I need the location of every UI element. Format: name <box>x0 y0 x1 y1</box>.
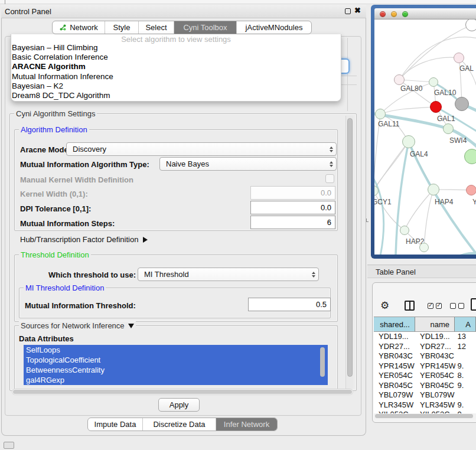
network-node[interactable] <box>443 123 454 134</box>
table-column-header[interactable]: A <box>455 317 476 331</box>
unchecked-box-icon[interactable] <box>458 303 464 309</box>
checked-box-icon[interactable] <box>436 303 442 309</box>
control-panel-tabs: Network Style Select Cyni Toolbox jActiv… <box>52 21 312 34</box>
table-row[interactable]: YBR043CYBR043C <box>374 351 476 361</box>
sources-title: Sources for Network Inference <box>21 321 125 330</box>
minimized-panel-chip[interactable] <box>4 442 14 449</box>
table-cell: YBR043C <box>374 351 415 361</box>
network-node[interactable] <box>429 77 438 87</box>
table-row[interactable]: YBL079WYBL079W <box>374 390 476 400</box>
network-window-titlebar <box>374 8 476 19</box>
network-node[interactable] <box>466 185 476 195</box>
gear-icon[interactable]: ⚙ <box>380 299 389 312</box>
algorithm-option[interactable]: ARACNE Algorithm <box>11 62 341 71</box>
tab-network[interactable]: Network <box>53 21 105 34</box>
algorithm-dropdown: Select algorithm to view settings Bayesi… <box>11 34 341 102</box>
network-node[interactable] <box>375 109 386 119</box>
table-cell: 9. <box>455 381 476 391</box>
network-node-label: HAP4 <box>435 198 453 206</box>
algorithm-option[interactable]: Bayesian – Hill Climbing <box>11 43 341 53</box>
tab-infer-network-label: Infer Network <box>224 420 269 429</box>
table-horizontal-scrollbar[interactable] <box>374 413 476 419</box>
table-row[interactable]: YER054CYER054C8. <box>374 371 476 381</box>
attributes-scrollbar[interactable] <box>319 346 325 383</box>
dpi-tolerance-field[interactable]: 0.0 <box>250 201 335 214</box>
network-node[interactable] <box>419 243 429 252</box>
tab-impute-data[interactable]: Impute Data <box>88 418 143 431</box>
network-node[interactable] <box>394 74 405 85</box>
network-node[interactable] <box>454 53 464 63</box>
hidden-group-border <box>341 84 357 85</box>
mi-threshold-field[interactable]: 0.5 <box>248 298 331 311</box>
network-node[interactable] <box>400 226 409 235</box>
table-cell: YPR145W <box>415 361 455 371</box>
tab-cyni-toolbox[interactable]: Cyni Toolbox <box>174 21 237 34</box>
algorithm-definition-title: Algorithm Definition <box>19 125 89 134</box>
table-cell <box>455 390 476 400</box>
zoom-traffic-light-icon[interactable] <box>402 11 408 17</box>
tab-style[interactable]: Style <box>105 21 139 34</box>
table-cell: YDR27... <box>415 342 455 352</box>
close-traffic-light-icon[interactable] <box>380 11 386 17</box>
tab-cyni-toolbox-label: Cyni Toolbox <box>183 23 227 32</box>
algorithm-option[interactable]: Basic Correlation Inference <box>11 53 341 62</box>
checked-box-icon[interactable] <box>428 303 433 309</box>
table-row[interactable]: YBR045CYBR045C9. <box>374 381 476 391</box>
tab-select[interactable]: Select <box>139 21 174 34</box>
apply-button[interactable]: Apply <box>158 398 200 412</box>
network-node-label: GAL10 <box>434 89 456 97</box>
dpi-tolerance-label: DPI Tolerance [0,1]: <box>20 204 91 213</box>
network-node[interactable] <box>428 184 439 195</box>
network-node-label: GAL80 <box>400 84 422 93</box>
attribute-item[interactable]: TopologicalCoefficient <box>24 355 328 365</box>
hub-transcription-factor-expander[interactable]: Hub/Transcription Factor Definition <box>20 235 148 244</box>
tab-jactivemnodules[interactable]: jActiveMNodules <box>237 21 311 34</box>
kernel-width-field[interactable]: 0.0 <box>250 186 335 200</box>
attribute-item[interactable]: gal4RGexp <box>24 375 328 385</box>
network-node[interactable] <box>464 149 476 164</box>
aracne-mode-combo[interactable]: Discovery <box>66 142 337 156</box>
table-column-header[interactable]: shared... <box>374 317 415 331</box>
network-node[interactable] <box>465 19 476 31</box>
aracne-mode-value: Discovery <box>67 145 327 154</box>
algorithm-option[interactable]: Dream8 DC_TDC Algorithm <box>11 91 341 100</box>
mi-threshold-definition-title: MI Threshold Definition <box>24 283 106 292</box>
sources-expander[interactable]: Sources for Network Inference <box>19 321 136 330</box>
settings-scrollbar[interactable] <box>345 116 353 389</box>
table-cell: YDR27... <box>374 342 415 352</box>
attribute-item[interactable]: BetweennessCentrality <box>24 365 328 375</box>
settings-horizontal-scrollbar[interactable] <box>12 389 353 395</box>
table-cell: 8. <box>455 371 476 381</box>
table-cell: YLR345W <box>415 400 455 410</box>
table-cell: 9. <box>455 400 476 410</box>
tab-discretize-data[interactable]: Discretize Data <box>143 418 216 431</box>
float-window-icon[interactable] <box>345 8 351 14</box>
minimize-traffic-light-icon[interactable] <box>391 11 397 17</box>
network-canvas[interactable]: GALGAL80GAL10GAL1GAL11SWI4GAL4GCY1HAP4YH… <box>374 19 476 255</box>
which-threshold-combo[interactable]: MI Threshold <box>138 268 319 281</box>
mi-steps-field[interactable]: 6 <box>250 216 335 229</box>
close-icon[interactable]: ✖ <box>354 6 361 15</box>
manual-kernel-width-checkbox[interactable] <box>325 174 334 183</box>
unchecked-box-icon[interactable] <box>450 303 456 309</box>
hub-transcription-factor-label: Hub/Transcription Factor Definition <box>20 235 138 244</box>
network-node[interactable] <box>430 101 442 113</box>
tab-network-label: Network <box>70 23 98 32</box>
network-node[interactable] <box>455 97 469 111</box>
algorithm-option[interactable]: Bayesian – K2 <box>11 81 341 91</box>
table-row[interactable]: YPR145WYPR145W9. <box>374 361 476 371</box>
hidden-group-border <box>347 38 348 111</box>
mi-algorithm-type-combo[interactable]: Naive Bayes <box>159 157 337 171</box>
table-column-header[interactable]: name <box>415 317 455 331</box>
document-icon[interactable] <box>471 298 476 311</box>
table-row[interactable]: YLR345WYLR345W9. <box>374 400 476 410</box>
attribute-item[interactable]: SelfLoops <box>24 345 328 355</box>
tab-infer-network[interactable]: Infer Network <box>216 418 277 431</box>
algorithm-option[interactable]: Mutual Information Inference <box>11 72 341 81</box>
panel-divider-handle[interactable] <box>366 219 369 222</box>
table-row[interactable]: YDL19...YDL19...13 <box>374 332 476 342</box>
columns-icon[interactable] <box>405 301 415 311</box>
table-cell: YBL079W <box>374 390 415 400</box>
table-row[interactable]: YDR27...YDR27...12 <box>374 342 476 352</box>
network-node[interactable] <box>402 135 415 148</box>
